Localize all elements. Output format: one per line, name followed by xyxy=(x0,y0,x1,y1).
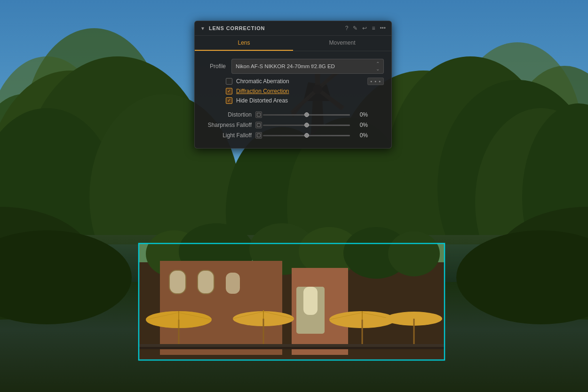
distortion-slider-reset-icon[interactable] xyxy=(255,111,262,118)
svg-rect-59 xyxy=(303,287,318,315)
checkbox-section: Chromatic Aberration • • • ✓ Diffraction… xyxy=(195,78,391,108)
panel-header-icons: ? ✎ ↩ ≡ ••• xyxy=(345,25,386,31)
light-falloff-slider-wrap xyxy=(255,132,350,139)
slider-icon-box xyxy=(257,113,261,117)
panel-title: LENS CORRECTION xyxy=(209,25,342,31)
tab-movement[interactable]: Movement xyxy=(293,36,391,51)
slider-icon-box-2 xyxy=(257,123,261,127)
distortion-slider-track[interactable] xyxy=(263,114,350,116)
distortion-label: Distortion xyxy=(202,111,252,118)
svg-rect-55 xyxy=(198,270,214,294)
diffraction-correction-row: ✓ Diffraction Correction xyxy=(226,88,384,94)
light-falloff-slider-track[interactable] xyxy=(263,135,350,136)
dropdown-arrow-icon: ⌃⌄ xyxy=(376,61,380,71)
panel-tabs: Lens Movement xyxy=(195,36,391,51)
svg-rect-57 xyxy=(226,273,240,294)
checkbox-checkmark-icon: ✓ xyxy=(227,89,231,94)
light-falloff-value: 0% xyxy=(354,132,368,139)
light-falloff-slider-row: Light Falloff 0% xyxy=(195,130,391,141)
reset-icon[interactable]: ↩ xyxy=(362,25,367,31)
chromatic-aberration-label: Chromatic Aberration xyxy=(236,78,289,85)
chromatic-aberration-row: Chromatic Aberration • • • xyxy=(226,78,384,85)
chromatic-aberration-options-button[interactable]: • • • xyxy=(367,78,384,85)
light-falloff-slider-reset-icon[interactable] xyxy=(255,132,262,139)
profile-row: Profile Nikon AF-S NIKKOR 24-70mm f/2.8G… xyxy=(195,57,391,78)
edit-icon[interactable]: ✎ xyxy=(353,25,358,31)
light-falloff-label: Light Falloff xyxy=(202,132,252,139)
distortion-slider-row: Distortion 0% xyxy=(195,110,391,120)
sharpness-falloff-label: Sharpness Falloff xyxy=(202,122,252,128)
sharpness-falloff-slider-reset-icon[interactable] xyxy=(255,122,262,128)
profile-select-value: Nikon AF-S NIKKOR 24-70mm f/2.8G ED xyxy=(236,63,374,69)
hide-distorted-areas-label: Hide Distorted Areas xyxy=(236,97,288,104)
hide-distorted-areas-row: ✓ Hide Distorted Areas xyxy=(226,97,384,104)
help-icon[interactable]: ? xyxy=(345,25,349,31)
collapse-chevron-icon: ▼ xyxy=(200,26,205,31)
profile-label: Profile xyxy=(202,63,226,70)
distortion-value: 0% xyxy=(354,111,368,118)
sharpness-falloff-slider-track[interactable] xyxy=(263,125,350,126)
sharpness-falloff-value: 0% xyxy=(354,122,368,128)
slider-icon-box-3 xyxy=(257,133,261,137)
lens-correction-panel: ▼ LENS CORRECTION ? ✎ ↩ ≡ ••• Lens Movem… xyxy=(194,21,392,149)
diffraction-correction-checkbox[interactable]: ✓ xyxy=(226,88,232,94)
slider-section: Distortion 0% Sharpness Falloff xyxy=(195,108,391,142)
diffraction-correction-label: Diffraction Correction xyxy=(236,88,289,94)
sharpness-falloff-slider-thumb[interactable] xyxy=(304,123,309,127)
hide-distorted-areas-checkbox[interactable]: ✓ xyxy=(226,97,232,104)
tab-lens[interactable]: Lens xyxy=(195,36,293,51)
menu-list-icon[interactable]: ≡ xyxy=(372,25,375,31)
more-options-icon[interactable]: ••• xyxy=(380,25,386,31)
chromatic-aberration-checkbox[interactable] xyxy=(226,78,232,85)
distortion-slider-wrap xyxy=(255,111,350,118)
light-falloff-slider-thumb[interactable] xyxy=(304,133,309,138)
panel-header[interactable]: ▼ LENS CORRECTION ? ✎ ↩ ≡ ••• xyxy=(195,21,391,36)
profile-select-dropdown[interactable]: Nikon AF-S NIKKOR 24-70mm f/2.8G ED ⌃⌄ xyxy=(231,59,384,74)
sharpness-falloff-slider-row: Sharpness Falloff 0% xyxy=(195,120,391,130)
panel-body: Profile Nikon AF-S NIKKOR 24-70mm f/2.8G… xyxy=(195,51,391,148)
distortion-slider-thumb[interactable] xyxy=(304,112,309,117)
checkbox-checkmark-icon-2: ✓ xyxy=(227,98,231,103)
svg-rect-53 xyxy=(169,270,186,294)
sharpness-falloff-slider-wrap xyxy=(255,122,350,128)
svg-point-49 xyxy=(388,231,440,276)
